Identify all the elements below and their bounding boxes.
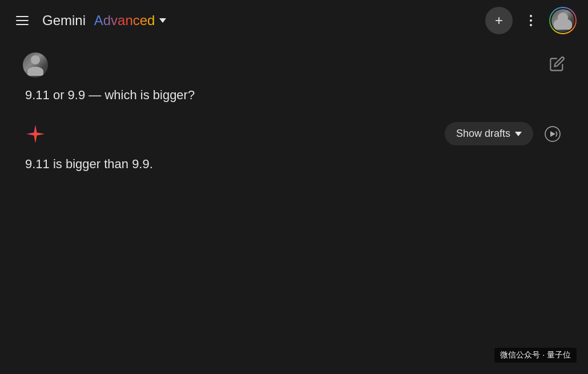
user-avatar-small — [23, 52, 48, 78]
show-drafts-label: Show drafts — [456, 128, 510, 140]
gemini-response: Show drafts 9.11 is bigger than 9.9. — [23, 121, 565, 173]
avatar — [551, 9, 574, 32]
gemini-sparkle-icon — [23, 121, 48, 147]
audio-button[interactable] — [540, 121, 565, 147]
new-chat-button[interactable]: + — [485, 7, 513, 34]
show-drafts-button[interactable]: Show drafts — [445, 122, 533, 145]
user-message-header — [23, 52, 565, 78]
response-actions: Show drafts — [445, 121, 565, 147]
app-title: Gemini Advanced — [42, 13, 476, 29]
menu-button[interactable] — [11, 11, 33, 30]
title-advanced-text: Advanced — [94, 13, 155, 29]
response-header: Show drafts — [23, 121, 565, 147]
gemini-answer-text: 9.11 is bigger than 9.9. — [23, 156, 565, 173]
more-dots-icon — [530, 15, 532, 26]
title-gemini-text: Gemini — [42, 13, 86, 29]
audio-icon — [545, 126, 561, 142]
app-header: Gemini Advanced + — [0, 0, 588, 41]
user-question-text: 9.11 or 9.9 — which is bigger? — [23, 87, 565, 104]
svg-marker-1 — [550, 131, 555, 137]
title-dropdown-chevron[interactable] — [159, 18, 166, 23]
user-message: 9.11 or 9.9 — which is bigger? — [23, 52, 565, 104]
edit-button[interactable] — [549, 56, 565, 74]
watermark: 微信公众号 · 量子位 — [494, 348, 577, 363]
more-options-button[interactable] — [519, 9, 542, 32]
user-avatar-button[interactable] — [549, 7, 577, 34]
header-actions: + — [485, 7, 577, 34]
chat-area: 9.11 or 9.9 — which is bigger? — [0, 41, 588, 185]
show-drafts-chevron-icon — [515, 132, 522, 136]
